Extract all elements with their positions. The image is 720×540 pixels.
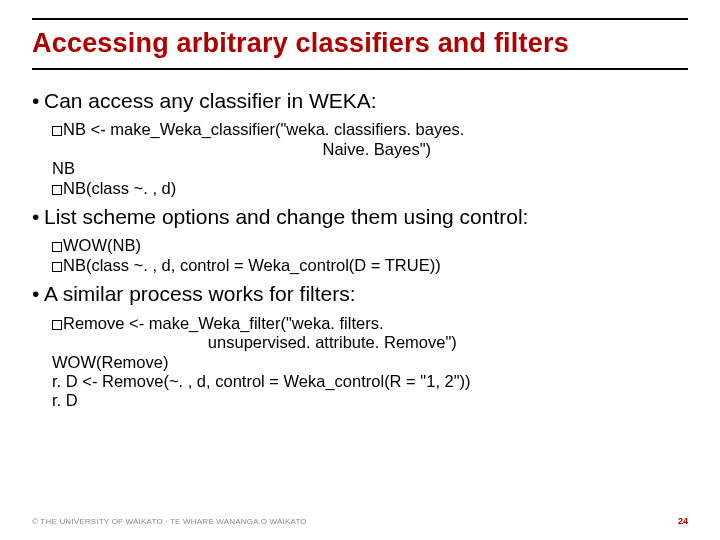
missing-glyph-icon bbox=[52, 242, 62, 252]
code-line: NB bbox=[52, 159, 688, 178]
bullet-1-text: Can access any classifier in WEKA: bbox=[44, 89, 377, 112]
bullet-3-text: A similar process works for filters: bbox=[44, 282, 356, 305]
code-line: WOW(Remove) bbox=[52, 353, 688, 372]
code-line: unsupervised. attribute. Remove") bbox=[52, 333, 688, 352]
code-line: Naive. Bayes") bbox=[52, 140, 688, 159]
bullet-3: •A similar process works for filters: bbox=[32, 281, 688, 307]
top-rule bbox=[32, 18, 688, 20]
slide: Accessing arbitrary classifiers and filt… bbox=[0, 0, 720, 540]
missing-glyph-icon bbox=[52, 126, 62, 136]
code-line: WOW(NB) bbox=[52, 236, 688, 255]
page-number: 24 bbox=[678, 516, 688, 526]
bullet-2-text: List scheme options and change them usin… bbox=[44, 205, 528, 228]
code-line: NB <- make_Weka_classifier("weka. classi… bbox=[52, 120, 688, 139]
missing-glyph-icon bbox=[52, 320, 62, 330]
slide-content: •Can access any classifier in WEKA: NB <… bbox=[32, 82, 688, 417]
code-line: Remove <- make_Weka_filter("weka. filter… bbox=[52, 314, 688, 333]
code-line: NB(class ~. , d, control = Weka_control(… bbox=[52, 256, 688, 275]
bullet-dot-icon: • bbox=[32, 88, 44, 114]
footer-copyright: © THE UNIVERSITY OF WAIKATO · TE WHARE W… bbox=[32, 517, 307, 526]
bullet-1: •Can access any classifier in WEKA: bbox=[32, 88, 688, 114]
code-line: r. D bbox=[52, 391, 688, 410]
code-line: NB(class ~. , d) bbox=[52, 179, 688, 198]
slide-title: Accessing arbitrary classifiers and filt… bbox=[32, 28, 688, 59]
code-block-1: NB <- make_Weka_classifier("weka. classi… bbox=[52, 120, 688, 198]
bullet-dot-icon: • bbox=[32, 281, 44, 307]
code-block-2: WOW(NB) NB(class ~. , d, control = Weka_… bbox=[52, 236, 688, 275]
bullet-2: •List scheme options and change them usi… bbox=[32, 204, 688, 230]
code-line: r. D <- Remove(~. , d, control = Weka_co… bbox=[52, 372, 688, 391]
missing-glyph-icon bbox=[52, 262, 62, 272]
bullet-dot-icon: • bbox=[32, 204, 44, 230]
code-block-3: Remove <- make_Weka_filter("weka. filter… bbox=[52, 314, 688, 411]
title-rule bbox=[32, 68, 688, 70]
missing-glyph-icon bbox=[52, 185, 62, 195]
